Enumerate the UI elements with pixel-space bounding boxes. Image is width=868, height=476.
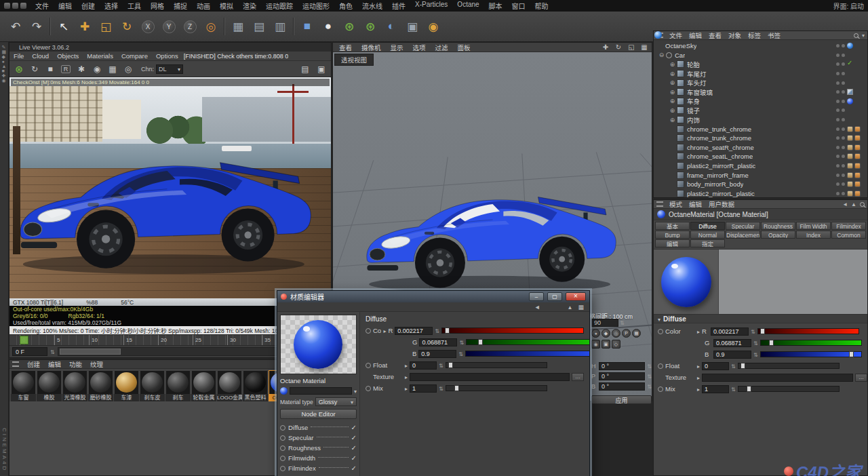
live-viewer-menu-item[interactable]: Objects: [53, 52, 83, 60]
channel-radio-icon[interactable]: [280, 445, 285, 451]
material-thumbnail[interactable]: [63, 371, 87, 394]
viewport-menu-item[interactable]: 过滤: [431, 43, 453, 52]
rotation-value-field[interactable]: 0 °: [599, 362, 645, 370]
timeline-playhead[interactable]: [20, 336, 28, 344]
channel-toggle[interactable]: Filmwidth: [280, 454, 357, 462]
pan-view-button[interactable]: ✚: [599, 43, 612, 52]
float-value-field[interactable]: 0: [410, 361, 437, 370]
orange-tag[interactable]: [854, 126, 861, 132]
object-tree-item[interactable]: ⊕ 车身: [654, 97, 867, 106]
object-manager-menu-item[interactable]: 书签: [764, 31, 784, 40]
editor-visibility-dot[interactable]: [836, 136, 840, 140]
chevron-down-icon[interactable]: [354, 387, 357, 395]
object-manager-menu-item[interactable]: 编辑: [686, 31, 705, 40]
object-manager-menu-item[interactable]: 标签: [745, 31, 764, 40]
expand-icon[interactable]: [383, 327, 386, 334]
snapshot-button[interactable]: ▣: [601, 340, 610, 349]
expander-icon[interactable]: ⊕: [669, 79, 676, 86]
editor-visibility-dot[interactable]: [836, 155, 840, 158]
material-type-dropdown[interactable]: Glossy: [315, 397, 357, 406]
render-view-button[interactable]: ▦: [228, 15, 248, 38]
lock-resolution-button[interactable]: R: [58, 62, 73, 76]
material-thumbnail[interactable]: [140, 371, 164, 394]
redo-button[interactable]: ↷: [26, 15, 47, 38]
minimize-button[interactable]: [529, 292, 544, 301]
menu-item[interactable]: 帮助: [530, 0, 553, 12]
attribute-tab[interactable]: Opacity: [761, 231, 795, 239]
mix-value-field[interactable]: 1: [702, 385, 729, 393]
render-visibility-dot[interactable]: [842, 164, 845, 167]
viewport-menu-item[interactable]: 面板: [453, 43, 475, 52]
move-button[interactable]: ✚: [75, 15, 95, 38]
object-tree-item[interactable]: ⊕ 车窗玻璃: [654, 87, 867, 97]
b-slider[interactable]: [465, 351, 589, 357]
scrollbar-thumb[interactable]: [60, 349, 121, 355]
render-visibility-dot[interactable]: [842, 118, 845, 121]
editor-visibility-dot[interactable]: [836, 54, 840, 57]
object-tree-item[interactable]: frame_mirrorR_frame: [654, 170, 867, 180]
menu-item[interactable]: 渲染: [238, 0, 261, 12]
anim-dot[interactable]: [658, 329, 663, 334]
render-visibility-dot[interactable]: [842, 81, 845, 85]
object-manager-menu-item[interactable]: 对象: [725, 31, 745, 40]
viewport-menu-item[interactable]: 显示: [386, 43, 408, 52]
check-icon[interactable]: [351, 424, 357, 431]
anim-dot[interactable]: [366, 386, 371, 391]
back-arrow-icon[interactable]: [534, 304, 540, 311]
object-tree-item[interactable]: chrome_seatL_chrome: [654, 152, 867, 161]
expand-icon[interactable]: [697, 362, 700, 370]
texture-browse-button[interactable]: …: [855, 374, 867, 382]
editor-visibility-dot[interactable]: [836, 146, 840, 149]
record-parameter-button[interactable]: P: [622, 329, 631, 338]
z-axis-button[interactable]: Z: [180, 15, 200, 38]
attribute-tab[interactable]: Index: [796, 231, 831, 239]
material-browser-menu-item[interactable]: 功能: [65, 359, 86, 369]
channel-toggle[interactable]: Filmindex: [280, 464, 357, 473]
material-thumbnail[interactable]: [89, 371, 113, 394]
menu-item[interactable]: 捕捉: [169, 0, 192, 12]
editor-visibility-dot[interactable]: [836, 81, 840, 85]
camera-lock-button[interactable]: ◎: [121, 62, 136, 76]
mix-slider[interactable]: [738, 386, 840, 392]
attribute-tab[interactable]: Normal: [690, 231, 725, 239]
g-value-field[interactable]: 0.068871: [713, 339, 751, 347]
spinner-icon[interactable]: [459, 338, 464, 346]
live-viewer-menu-item[interactable]: Options: [152, 52, 182, 60]
render-visibility-dot[interactable]: [842, 72, 845, 75]
up-arrow-icon[interactable]: [568, 304, 573, 311]
object-tree-item[interactable]: chrome_seatR_chrome: [654, 143, 867, 153]
g-value-field[interactable]: 0.068871: [419, 338, 457, 346]
editor-visibility-dot[interactable]: [836, 182, 840, 186]
restart-render-button[interactable]: ↻: [27, 62, 42, 76]
orange-tag[interactable]: [854, 191, 861, 197]
diffuse-section-header[interactable]: Diffuse: [654, 314, 867, 323]
undo-button[interactable]: ↶: [5, 15, 26, 38]
render-visibility-dot[interactable]: [842, 182, 845, 186]
live-viewer-menu-item[interactable]: Materials: [83, 52, 117, 60]
object-tree-item[interactable]: ⊖ Car: [654, 51, 867, 60]
r-value-field[interactable]: 0.002217: [711, 328, 749, 336]
orange-tag[interactable]: [854, 135, 861, 141]
check-tag[interactable]: [847, 61, 853, 67]
orbit-view-button[interactable]: ↻: [612, 43, 625, 52]
viewport-menu-item[interactable]: 查看: [334, 43, 357, 52]
editor-visibility-dot[interactable]: [836, 108, 840, 112]
anim-dot[interactable]: [366, 328, 371, 334]
render-visibility-dot[interactable]: [842, 146, 845, 149]
float-slider[interactable]: [738, 363, 840, 369]
live-selection-button[interactable]: ↖: [54, 15, 74, 38]
menu-item[interactable]: 插件: [387, 0, 410, 12]
pen-icon[interactable]: ✎: [2, 45, 7, 49]
float-value-field[interactable]: 0: [702, 362, 729, 370]
expander-icon[interactable]: ⊕: [669, 71, 676, 77]
spinner-icon[interactable]: [731, 385, 736, 393]
current-frame-field[interactable]: 0 F: [12, 347, 47, 356]
orange-tag[interactable]: [854, 163, 861, 169]
material-thumbnail[interactable]: [243, 371, 267, 394]
material-swatch[interactable]: 黑色塑料: [243, 371, 268, 401]
b-value-field[interactable]: 0.9: [418, 350, 456, 358]
orange-tag[interactable]: [854, 144, 861, 151]
menu-item[interactable]: 动画: [192, 0, 215, 12]
expander-icon[interactable]: ⊕: [669, 98, 676, 104]
material-swatch[interactable]: LOGO金属: [217, 371, 242, 401]
